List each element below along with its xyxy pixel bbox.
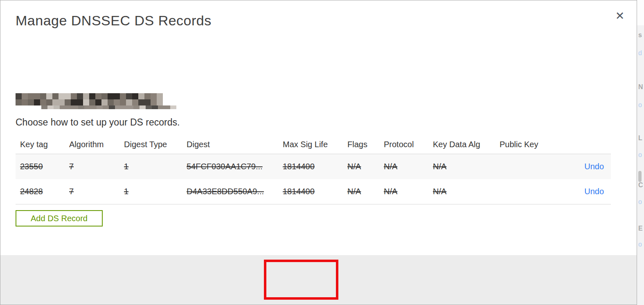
table-row: 23550 7 1 54FCF030AA1C79... 1814400 N/A … [16,154,611,179]
undo-link[interactable]: Undo [584,162,604,171]
cell-algorithm: 7 [65,187,119,196]
table-row: 24828 7 1 D4A33E8DD550A9... 1814400 N/A … [16,179,611,204]
add-ds-record-button[interactable]: Add DS Record [16,210,103,227]
cell-key-tag: 23550 [16,162,65,171]
cell-digest-type: 1 [119,187,182,196]
close-icon[interactable]: ✕ [612,9,627,23]
edge-text-fragment: C [638,182,643,188]
col-header-max-sig-life: Max Sig Life [278,140,343,149]
col-header-public-key: Public Key [495,140,552,149]
redacted-domain-name-tail [41,105,176,109]
cell-protocol: N/A [379,187,428,196]
ds-records-table: Key tag Algorithm Digest Type Digest Max… [16,135,611,204]
cell-digest-type: 1 [119,162,182,171]
edge-text-fragment: o [638,199,642,205]
cell-key-tag: 24828 [16,187,65,196]
modal-title: Manage DNSSEC DS Records [16,13,212,29]
manage-dnssec-modal: Manage DNSSEC DS Records ✕ Choose how to… [0,0,637,305]
edge-text-fragment: E [638,225,643,232]
col-header-protocol: Protocol [379,140,428,149]
edge-text-fragment: s [638,32,642,38]
cell-digest: 54FCF030AA1C79... [182,162,278,171]
subtitle-text: Choose how to set up your DS records. [16,117,180,128]
redacted-domain-name [16,93,163,105]
col-header-digest-type: Digest Type [119,140,182,149]
col-header-flags: Flags [343,140,379,149]
cell-key-data-alg: N/A [428,187,495,196]
edge-text-fragment: d [638,50,642,56]
edge-text-fragment: o [638,152,642,158]
screenshot-canvas: Manage DNSSEC DS Records ✕ Choose how to… [0,0,644,305]
cell-algorithm: 7 [65,162,119,171]
modal-footer: Save Cancel [0,255,637,305]
cell-max-sig-life: 1814400 [278,187,343,196]
edge-text-fragment: L [638,135,642,141]
background-page-sliver: sdNoLoCoEo [637,0,644,305]
table-header-row: Key tag Algorithm Digest Type Digest Max… [16,135,611,154]
background-page-top [637,0,644,25]
edge-text-fragment: o [638,102,642,108]
col-header-key-data-alg: Key Data Alg [428,140,495,149]
edge-text-fragment: o [638,241,642,248]
col-header-key-tag: Key tag [16,140,65,149]
cell-flags: N/A [343,187,379,196]
cell-key-data-alg: N/A [428,162,495,171]
edge-text-fragment: N [638,84,643,90]
scrollbar-thumb[interactable] [638,171,642,182]
col-header-digest: Digest [182,140,278,149]
cell-flags: N/A [343,162,379,171]
cell-digest: D4A33E8DD550A9... [182,187,278,196]
undo-link[interactable]: Undo [584,187,604,196]
cell-protocol: N/A [379,162,428,171]
cell-max-sig-life: 1814400 [278,162,343,171]
col-header-algorithm: Algorithm [65,140,119,149]
table-body: 23550 7 1 54FCF030AA1C79... 1814400 N/A … [16,154,611,204]
